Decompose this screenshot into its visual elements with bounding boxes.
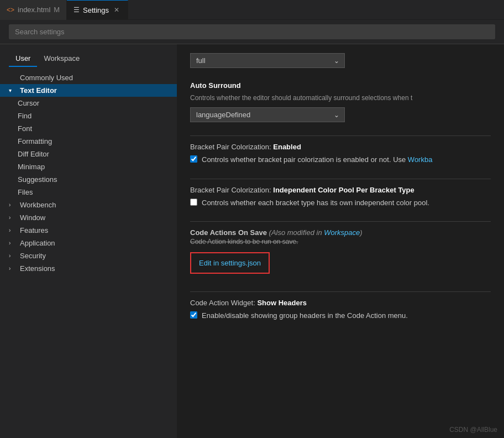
main-area: User Workspace Commonly Used Text Editor… <box>0 20 504 438</box>
sidebar-item-font[interactable]: Font <box>0 122 177 135</box>
chevron-open-icon <box>9 87 15 93</box>
sidebar-item-workbench[interactable]: Workbench <box>0 199 177 211</box>
code-action-widget-desc: Enable/disable showing group headers in … <box>202 310 408 321</box>
body-split: User Workspace Commonly Used Text Editor… <box>0 44 504 438</box>
code-action-widget-group: Code Action Widget: Show Headers Enable/… <box>190 299 491 321</box>
auto-surround-desc: Controls whether the editor should autom… <box>190 93 491 103</box>
code-actions-save-label: Code Actions On Save (Also modified in W… <box>190 228 491 237</box>
language-defined-select-wrapper: languageDefined always never <box>190 107 345 122</box>
html-tab-badge: M <box>54 6 60 14</box>
divider-4 <box>190 291 491 292</box>
sidebar-item-formatting[interactable]: Formatting <box>0 135 177 148</box>
sidebar-item-extensions[interactable]: Extensions <box>0 262 177 275</box>
divider-1 <box>190 135 491 136</box>
code-action-widget-row: Enable/disable showing group headers in … <box>190 310 491 321</box>
auto-surround-dropdown-group: full brackets never <box>190 53 491 68</box>
settings-icon: ☰ <box>74 6 80 14</box>
sidebar-item-suggestions[interactable]: Suggestions <box>0 173 177 186</box>
sidebar-item-application[interactable]: Application <box>0 237 177 249</box>
sidebar-item-cursor[interactable]: Cursor <box>0 97 177 109</box>
workspace-scope-tab[interactable]: Workspace <box>37 51 86 67</box>
auto-surround-group: Auto Surround Controls whether the edito… <box>190 81 491 122</box>
search-input[interactable] <box>9 24 495 39</box>
settings-file-tab[interactable]: ☰ Settings ✕ <box>67 0 128 20</box>
chevron-closed-icon <box>9 253 15 259</box>
edit-settings-json-link[interactable]: Edit in settings.json <box>199 259 261 267</box>
language-defined-dropdown[interactable]: languageDefined always never <box>190 107 345 122</box>
sidebar-item-security[interactable]: Security <box>0 249 177 262</box>
bracket-colorization-pool-group: Bracket Pair Colorization: Independent C… <box>190 186 491 208</box>
chevron-closed-icon <box>9 202 15 208</box>
settings-tab-close[interactable]: ✕ <box>112 5 121 15</box>
code-actions-save-group: Code Actions On Save (Also modified in W… <box>190 228 491 278</box>
chevron-closed-icon <box>9 240 15 246</box>
sidebar-item-find[interactable]: Find <box>0 109 177 122</box>
sidebar: User Workspace Commonly Used Text Editor… <box>0 44 177 438</box>
watermark: CSDN @AllBlue <box>449 426 497 434</box>
settings-content: full brackets never Auto Surround Contro… <box>177 44 504 438</box>
bracket-pool-checkbox[interactable] <box>190 199 197 206</box>
code-action-widget-checkbox[interactable] <box>190 311 197 319</box>
bracket-colorization-pool-label: Bracket Pair Colorization: Independent C… <box>190 186 491 194</box>
sidebar-item-window[interactable]: Window <box>0 211 177 224</box>
bracket-colorization-checkbox[interactable] <box>190 155 197 163</box>
bracket-colorization-desc: Controls whether bracket pair colorizati… <box>202 154 432 165</box>
auto-surround-label: Auto Surround <box>190 81 491 90</box>
divider-2 <box>190 179 491 179</box>
workspace-link[interactable]: Workspace <box>324 228 360 237</box>
code-action-widget-label: Code Action Widget: Show Headers <box>190 299 491 307</box>
chevron-closed-icon <box>9 227 15 233</box>
divider-3 <box>190 221 491 222</box>
html-icon: <> <box>7 6 14 14</box>
chevron-closed-icon <box>9 215 15 221</box>
settings-tab-label: Settings <box>83 6 109 14</box>
bracket-pool-row: Controls whether each bracket type has i… <box>190 197 491 208</box>
sidebar-item-minimap[interactable]: Minimap <box>0 160 177 173</box>
workba-link[interactable]: Workba <box>408 155 433 164</box>
bracket-colorization-label: Bracket Pair Colorization: Enabled <box>190 143 491 151</box>
chevron-closed-icon <box>9 265 15 272</box>
user-scope-tab[interactable]: User <box>9 51 37 67</box>
bracket-colorization-row: Controls whether bracket pair colorizati… <box>190 154 491 165</box>
sidebar-item-diff-editor[interactable]: Diff Editor <box>0 148 177 160</box>
full-select-wrapper: full brackets never <box>190 53 345 68</box>
full-dropdown[interactable]: full brackets never <box>190 53 345 68</box>
tab-bar: <> index.html M ☰ Settings ✕ <box>0 0 504 20</box>
sidebar-item-files[interactable]: Files <box>0 186 177 199</box>
bracket-pool-desc: Controls whether each bracket type has i… <box>202 197 429 208</box>
code-actions-strikethrough: Code Action kinds to be run on save. <box>190 238 491 246</box>
edit-link-box: Edit in settings.json <box>190 252 270 274</box>
sidebar-item-text-editor[interactable]: Text Editor <box>0 84 177 97</box>
settings-scope-tabs: User Workspace <box>0 49 177 67</box>
bracket-colorization-group: Bracket Pair Colorization: Enabled Contr… <box>190 143 491 165</box>
html-tab-label: index.html <box>18 6 50 14</box>
html-file-tab[interactable]: <> index.html M <box>0 0 67 20</box>
search-bar <box>0 20 504 44</box>
sidebar-item-features[interactable]: Features <box>0 224 177 237</box>
sidebar-item-commonly-used[interactable]: Commonly Used <box>0 71 177 84</box>
